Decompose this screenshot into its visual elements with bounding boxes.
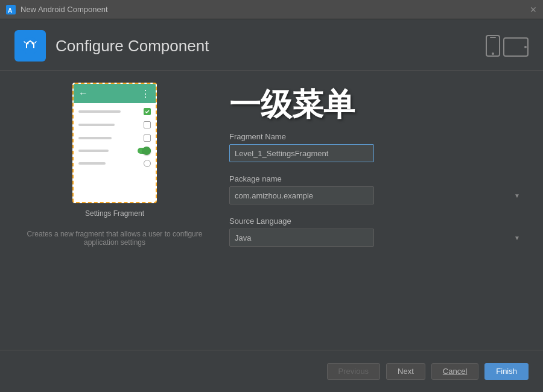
- app-logo: [14, 30, 46, 62]
- svg-point-2: [22, 37, 39, 54]
- chinese-heading: 一级菜单: [229, 89, 525, 120]
- android-studio-icon: A: [6, 5, 16, 14]
- tablet-icon: [503, 37, 529, 57]
- preview-row-5: [78, 160, 151, 167]
- left-panel: ← ⋮: [18, 83, 211, 335]
- preview-line-5: [78, 162, 106, 165]
- source-language-group: Source Language Java Kotlin ▼: [229, 217, 525, 247]
- title-bar-title: New Android Component: [21, 5, 108, 14]
- header: Configure Component: [0, 19, 543, 71]
- svg-rect-8: [490, 37, 496, 38]
- next-button[interactable]: Next: [386, 363, 425, 380]
- preview-toggle: [138, 148, 151, 154]
- fragment-name-label: Fragment Name: [229, 132, 525, 141]
- package-select-arrow-icon: ▼: [514, 192, 520, 199]
- svg-point-4: [32, 43, 34, 45]
- preview-checkbox-checked: [144, 108, 151, 115]
- preview-content: [74, 103, 156, 172]
- preview-line-1: [78, 110, 121, 113]
- svg-point-11: [524, 46, 527, 48]
- package-name-label: Package name: [229, 174, 525, 183]
- finish-button[interactable]: Finish: [484, 363, 529, 380]
- footer: Previous Next Cancel Finish: [0, 350, 543, 392]
- header-left: Configure Component: [14, 30, 209, 62]
- svg-text:A: A: [8, 7, 12, 14]
- package-name-select-wrapper: com.amizhou.example ▼: [229, 186, 525, 204]
- preview-line-3: [78, 137, 112, 139]
- preview-checkbox-unchecked-2: [144, 134, 151, 142]
- preview-row-4: [78, 148, 151, 154]
- preview-card: ← ⋮: [72, 83, 157, 203]
- preview-row-1: [78, 108, 151, 115]
- source-language-label: Source Language: [229, 217, 525, 226]
- android-logo-svg: [19, 35, 41, 57]
- device-icons: [485, 35, 529, 57]
- package-name-group: Package name com.amizhou.example ▼: [229, 174, 525, 204]
- preview-back-arrow: ←: [78, 88, 88, 99]
- svg-point-9: [492, 52, 494, 55]
- preview-line-2: [78, 124, 115, 126]
- svg-point-3: [27, 43, 29, 45]
- cancel-button[interactable]: Cancel: [431, 363, 478, 380]
- previous-button[interactable]: Previous: [327, 363, 381, 380]
- package-name-select[interactable]: com.amizhou.example: [229, 186, 374, 204]
- close-button[interactable]: ✕: [530, 5, 537, 14]
- preview-line-4: [78, 150, 109, 152]
- title-bar: A New Android Component ✕: [0, 0, 543, 19]
- language-select-arrow-icon: ▼: [514, 235, 520, 241]
- title-bar-left: A New Android Component: [6, 5, 108, 14]
- preview-row-2: [78, 121, 151, 128]
- source-language-select[interactable]: Java Kotlin: [229, 229, 374, 247]
- preview-row-3: [78, 134, 151, 142]
- preview-checkbox-unchecked-1: [144, 121, 151, 128]
- preview-toolbar: ← ⋮: [74, 84, 156, 103]
- preview-radio: [144, 160, 151, 167]
- preview-dots: ⋮: [141, 88, 151, 100]
- source-language-select-wrapper: Java Kotlin ▼: [229, 229, 525, 247]
- right-panel: 一级菜单 Fragment Name Package name com.amiz…: [229, 83, 525, 335]
- main-content: ← ⋮: [0, 71, 543, 347]
- description-text: Creates a new fragment that allows a use…: [18, 230, 211, 247]
- preview-label: Settings Fragment: [85, 209, 144, 218]
- phone-icon: [485, 35, 502, 57]
- fragment-name-input[interactable]: [229, 144, 374, 162]
- page-title: Configure Component: [56, 37, 209, 55]
- fragment-name-group: Fragment Name: [229, 132, 525, 162]
